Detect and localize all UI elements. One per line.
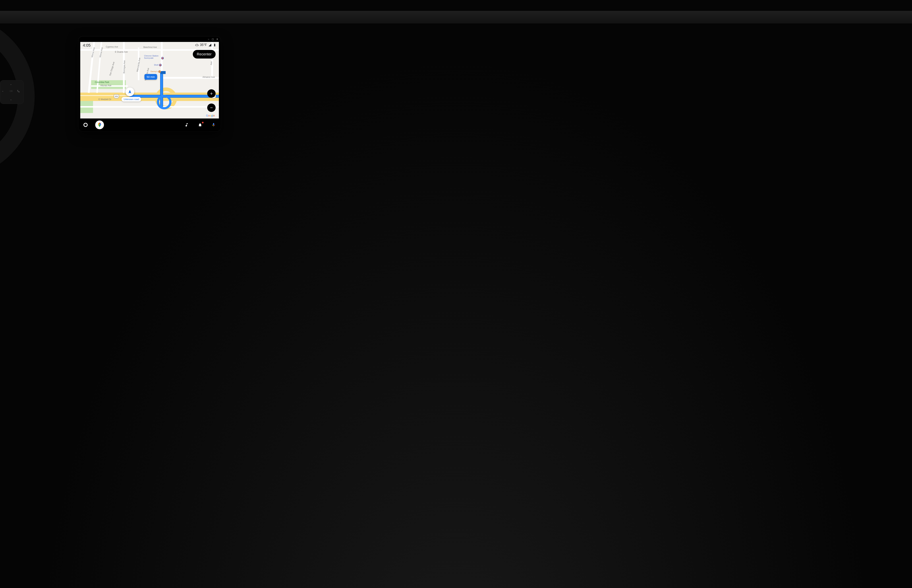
infotainment-unit: – ▢ ✕ xyxy=(78,36,221,131)
google-maps-button[interactable] xyxy=(95,121,104,129)
park-label: Columbia Park xyxy=(95,81,109,84)
car-dashboard: ◂ 📞 OK ▴ ▾ – ▢ ✕ xyxy=(0,0,912,588)
road xyxy=(80,106,219,108)
poi-label: Chevron Station Sunnyvale xyxy=(144,55,160,59)
svg-point-0 xyxy=(84,123,87,127)
poi-restaurant[interactable]: Denny's🍴 xyxy=(151,70,161,73)
restaurant-icon: 🍴 xyxy=(158,70,161,73)
app-launcher-button[interactable] xyxy=(83,122,88,128)
street-label: E Weddell Dr xyxy=(99,98,111,101)
clock: 4:05 xyxy=(83,43,91,48)
google-logo: Google xyxy=(206,114,215,117)
recenter-button[interactable]: Recenter xyxy=(193,50,215,58)
street-label: Manzanita Ave xyxy=(136,57,141,72)
street-label: San Diego Ave xyxy=(109,61,115,76)
status-bar-right: 35°F xyxy=(195,43,216,47)
cellular-signal-icon xyxy=(208,44,212,47)
street-label: Ave xyxy=(210,61,213,65)
route-line xyxy=(160,71,165,74)
street-label: Morse Ave xyxy=(99,47,104,58)
gas-icon: ⛽ xyxy=(159,64,162,66)
notifications-button[interactable] xyxy=(198,122,203,128)
bottom-nav-bar xyxy=(78,118,221,131)
road xyxy=(211,42,213,78)
window-titlebar: – ▢ ✕ xyxy=(78,36,221,42)
music-note-icon xyxy=(185,123,189,127)
bell-icon xyxy=(198,123,202,127)
zoom-in-button[interactable]: + xyxy=(207,89,215,98)
street-label: Cypress Ave xyxy=(106,45,118,48)
poi-label: Shell xyxy=(154,64,158,66)
street-label: Almanor Ave xyxy=(202,76,215,78)
microphone-icon xyxy=(211,123,216,127)
temperature: 35°F xyxy=(200,43,207,47)
street-label: Morse Ave xyxy=(91,47,96,58)
dashboard-trim xyxy=(0,11,912,24)
navigation-arrow-icon xyxy=(128,89,132,94)
google-maps-icon xyxy=(97,122,102,128)
route-loop xyxy=(157,95,172,109)
svg-point-1 xyxy=(99,124,100,125)
street-label: Alturas Ave xyxy=(100,84,111,87)
street-label: Borregas Ave xyxy=(123,60,126,73)
weather-cloud-icon xyxy=(195,44,198,47)
highway-shield: 101 xyxy=(114,94,119,99)
street-label: Beechnut Ave xyxy=(143,46,157,48)
close-button[interactable]: ✕ xyxy=(216,38,218,40)
steering-wheel-controls: ◂ 📞 OK ▴ ▾ xyxy=(0,80,24,104)
maximize-button[interactable]: ▢ xyxy=(212,38,214,40)
voice-assistant-button[interactable] xyxy=(211,122,216,128)
poi-gasstation[interactable]: Shell⛽ xyxy=(154,64,162,66)
poi-gasstation[interactable]: Chevron Station Sunnyvale⛽ xyxy=(144,55,164,60)
eta-chip[interactable]: 50 min xyxy=(144,74,157,80)
minimize-button[interactable]: – xyxy=(208,38,209,40)
map-screen[interactable]: Morse Ave Morse Ave Cypress Ave E Duane … xyxy=(80,42,219,118)
zoom-out-button[interactable]: − xyxy=(207,103,215,112)
current-location-marker[interactable] xyxy=(125,87,134,96)
poi-label: Denny's xyxy=(151,70,157,73)
music-button[interactable] xyxy=(184,122,190,128)
battery-icon xyxy=(213,44,216,47)
circle-ring-icon xyxy=(83,122,88,128)
street-label: E Duane Ave xyxy=(115,51,128,53)
notification-badge xyxy=(202,122,204,123)
current-road-chip: Unknown road xyxy=(121,97,141,102)
route-line xyxy=(130,95,219,97)
gas-icon: ⛽ xyxy=(161,57,164,60)
